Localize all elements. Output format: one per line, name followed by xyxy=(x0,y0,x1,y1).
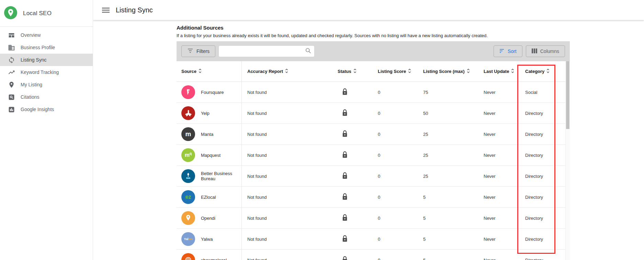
sidebar-item-citations[interactable]: Citations xyxy=(0,91,93,103)
category-cell: Directory xyxy=(520,208,565,228)
sort-arrows-icon xyxy=(546,68,550,74)
listing-score-max-cell: 5 xyxy=(418,208,478,228)
sidebar-item-business-profile[interactable]: Business Profile xyxy=(0,41,93,54)
column-header-accuracy-report[interactable]: Accuracy Report xyxy=(242,61,332,82)
foursquare-icon xyxy=(181,85,195,99)
sidebar-nav: Overview Business Profile Listing Sync K… xyxy=(0,27,93,116)
column-header-listing-score[interactable]: Listing Score xyxy=(372,61,418,82)
sort-arrows-icon xyxy=(408,68,411,74)
listing-score-max-cell: 50 xyxy=(418,103,478,123)
brand: Local SEO xyxy=(0,0,93,27)
citations-search-icon xyxy=(8,94,15,101)
accuracy-report-cell: Not found xyxy=(242,145,332,165)
category-cell: Directory xyxy=(520,103,565,123)
trending-up-icon xyxy=(8,69,15,76)
sidebar-item-listing-sync[interactable]: Listing Sync xyxy=(0,54,93,66)
location-pin-logo-icon xyxy=(4,6,17,21)
source-cell: ez EZlocal xyxy=(177,187,242,207)
mapquest-icon: mq xyxy=(181,148,195,162)
table-toolbar: Filters Sort Columns xyxy=(177,41,570,61)
main-content: Additional Sources If a listing for your… xyxy=(93,20,644,260)
sort-button[interactable]: Sort xyxy=(494,45,522,57)
source-cell: showmelocal xyxy=(177,250,242,260)
table-row[interactable]: showmelocal Not found 0 5 Never Director… xyxy=(177,250,565,260)
column-header-listing-score-max[interactable]: Listing Score (max) xyxy=(418,61,478,82)
table-row[interactable]: Yalwa Yalwa Not found 0 5 Never Director… xyxy=(177,229,565,250)
table-row[interactable]: ez EZlocal Not found 0 5 Never Directory xyxy=(177,187,565,208)
business-profile-icon xyxy=(8,44,15,51)
listing-score-max-cell: 25 xyxy=(418,145,478,165)
table-row[interactable]: BBB Better Business Bureau Not found 0 2… xyxy=(177,166,565,187)
table-header-row: Source Accuracy Report Status Listing Sc… xyxy=(177,61,565,82)
sidebar-item-label: My Listing xyxy=(21,82,42,87)
sidebar-item-my-listing[interactable]: My Listing xyxy=(0,78,93,91)
sidebar-item-overview[interactable]: Overview xyxy=(0,29,93,41)
category-cell: Directory xyxy=(520,250,565,260)
category-cell: Social xyxy=(520,82,565,102)
hamburger-menu-icon[interactable] xyxy=(102,8,110,13)
sidebar-item-keyword-tracking[interactable]: Keyword Tracking xyxy=(0,66,93,78)
listing-score-max-cell: 25 xyxy=(418,166,478,186)
source-name: Opendi xyxy=(201,216,215,221)
listing-score-max-cell: 5 xyxy=(418,250,478,260)
source-cell: BBB Better Business Bureau xyxy=(177,166,242,186)
column-header-source[interactable]: Source xyxy=(177,61,242,82)
listing-score-max-cell: 75 xyxy=(418,82,478,102)
svg-text:BBB: BBB xyxy=(186,177,190,179)
search-box xyxy=(218,45,315,57)
listing-score-cell: 0 xyxy=(372,82,418,102)
overview-icon xyxy=(8,32,15,39)
status-cell xyxy=(332,145,372,165)
source-name: showmelocal xyxy=(201,258,227,260)
last-update-cell: Never xyxy=(478,208,520,228)
table-row[interactable]: Opendi Not found 0 5 Never Directory xyxy=(177,208,565,229)
listing-score-cell: 0 xyxy=(372,124,418,144)
source-cell: Yelp xyxy=(177,103,242,123)
listing-score-cell: 0 xyxy=(372,103,418,123)
search-input[interactable] xyxy=(222,48,305,54)
yalwa-icon: Yalwa xyxy=(181,232,195,246)
listing-score-cell: 0 xyxy=(372,166,418,186)
sort-arrows-icon xyxy=(199,68,202,74)
status-cell xyxy=(332,166,372,186)
lock-icon xyxy=(341,235,348,244)
lock-icon xyxy=(341,172,348,181)
last-update-cell: Never xyxy=(478,82,520,102)
section-heading: Additional Sources xyxy=(177,25,224,31)
table-row[interactable]: mq Mapquest Not found 0 25 Never Directo… xyxy=(177,145,565,166)
sidebar-item-label: Keyword Tracking xyxy=(21,69,59,75)
scrollbar-thumb[interactable] xyxy=(566,61,569,129)
status-cell xyxy=(332,82,372,102)
category-cell: Directory xyxy=(520,124,565,144)
status-cell xyxy=(332,187,372,207)
sidebar-item-google-insights[interactable]: Google Insights xyxy=(0,103,93,116)
brand-name: Local SEO xyxy=(23,10,52,17)
filters-button[interactable]: Filters xyxy=(181,45,215,57)
source-name: Yalwa xyxy=(201,237,213,242)
column-header-status[interactable]: Status xyxy=(332,61,372,82)
columns-button[interactable]: Columns xyxy=(526,45,565,57)
listing-score-cell: 0 xyxy=(372,250,418,260)
sidebar-item-label: Overview xyxy=(21,32,41,38)
status-cell xyxy=(332,208,372,228)
table-row[interactable]: Yelp Not found 0 50 Never Directory xyxy=(177,103,565,124)
column-header-category[interactable]: Category xyxy=(520,61,565,82)
opendi-icon xyxy=(181,211,195,225)
vertical-scrollbar[interactable] xyxy=(565,61,570,260)
sync-icon xyxy=(8,56,15,64)
table-row[interactable]: Foursquare Not found 0 75 Never Social xyxy=(177,82,565,103)
listing-score-max-cell: 25 xyxy=(418,124,478,144)
accuracy-report-cell: Not found xyxy=(242,187,332,207)
column-header-last-update[interactable]: Last Update xyxy=(478,61,520,82)
lock-icon xyxy=(341,109,348,118)
source-name: Mapquest xyxy=(201,153,221,158)
lock-icon xyxy=(341,193,348,202)
sidebar-item-label: Google Insights xyxy=(21,107,54,112)
bar-chart-icon xyxy=(8,106,15,113)
source-name: Manta xyxy=(201,132,213,137)
source-cell: mq Mapquest xyxy=(177,145,242,165)
filter-icon xyxy=(187,48,193,54)
table-row[interactable]: m Manta Not found 0 25 Never Directory xyxy=(177,124,565,145)
status-cell xyxy=(332,124,372,144)
page-title: Listing Sync xyxy=(116,6,153,14)
